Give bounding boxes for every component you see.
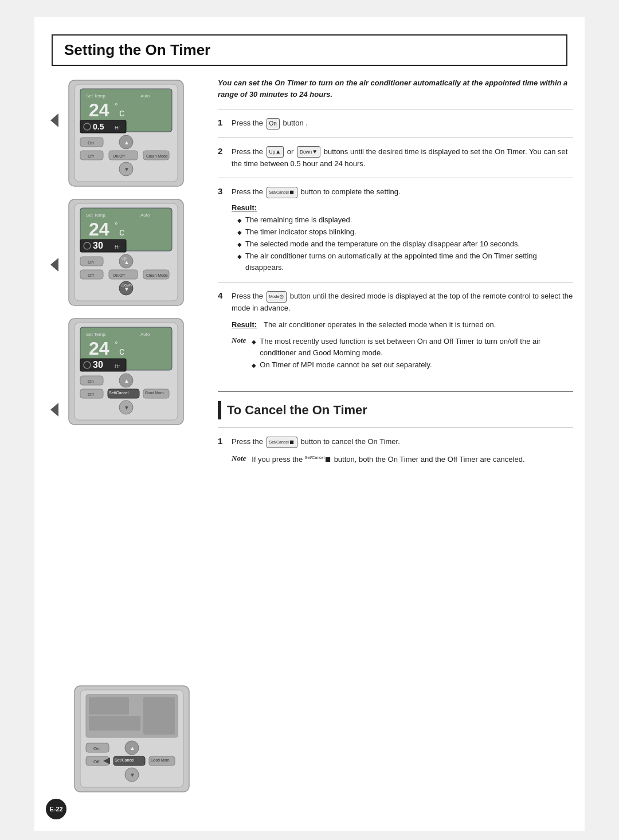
remote-2-image: Set Temp. Auto 24 ° c 30 Hr On Up ▲ (57, 197, 195, 308)
cancel-note-content: If you press the Set/Cancel⏹ button, bot… (252, 454, 524, 466)
remote-4-wrapper: On ▲ Off Set/Cancel Good Morn. ▼ (63, 683, 201, 796)
svg-text:Hr: Hr (115, 125, 120, 131)
left-column: Set Temp. Auto 24 ° c 0.5 Hr On ▲ (46, 77, 206, 474)
remote-3-wrapper: Set Temp. Auto 24 ° c 30 Hr On ▲ Off (57, 316, 195, 429)
step-3-num: 3 (218, 186, 232, 274)
svg-text:0.5: 0.5 (93, 122, 104, 131)
step-4: 4 Press the Mode⊙ button until the desir… (218, 282, 573, 379)
svg-text:c: c (119, 226, 124, 238)
arrow-indicator-1 (50, 113, 58, 127)
step-3-content: Press the Set/Cancel⏹ button to complete… (232, 186, 573, 274)
svg-text:24: 24 (89, 338, 109, 359)
cancel-header-bar (218, 401, 221, 419)
cancel-step-1: 1 Press the Set/Cancel⏹ button to cancel… (218, 427, 573, 474)
svg-text:30: 30 (93, 241, 103, 250)
result-items-3: The remaining time is displayed. The tim… (232, 214, 573, 274)
on-button-ref: On (267, 118, 280, 129)
cancel-note-label: Note (232, 454, 246, 463)
svg-rect-79 (143, 697, 175, 735)
svg-text:On: On (93, 746, 100, 751)
svg-text:Hr: Hr (115, 244, 120, 250)
remote-3-image: Set Temp. Auto 24 ° c 30 Hr On ▲ Off (57, 316, 195, 427)
svg-text:°: ° (115, 221, 118, 230)
svg-text:°: ° (115, 101, 118, 111)
svg-text:30: 30 (93, 360, 103, 370)
svg-text:▲: ▲ (124, 259, 130, 265)
svg-text:Clean Mode: Clean Mode (146, 273, 168, 277)
page: Setting the On Timer Set Temp. Auto 24 (34, 17, 585, 831)
svg-rect-77 (89, 697, 129, 715)
svg-text:▲: ▲ (124, 139, 130, 146)
svg-text:▲: ▲ (124, 378, 130, 384)
remote-1-wrapper: Set Temp. Auto 24 ° c 0.5 Hr On ▲ (57, 77, 195, 191)
svg-text:24: 24 (89, 219, 109, 240)
up-button-ref: Up▲ (267, 146, 284, 158)
svg-text:c: c (119, 346, 124, 357)
svg-text:Good Morn.: Good Morn. (151, 758, 171, 762)
step-4-note: Note The most recently used function is … (232, 336, 573, 371)
cancel-section: To Cancel the On Timer 1 Press the Set/C… (218, 391, 573, 474)
cancel-step-1-num: 1 (218, 436, 232, 466)
down-button-ref: Down▼ (297, 146, 320, 158)
svg-text:Off: Off (88, 273, 94, 278)
result-item-3-2: The timer indicator stops blinking. (237, 226, 573, 238)
svg-text:Auto: Auto (140, 213, 150, 218)
remote-1-image: Set Temp. Auto 24 ° c 0.5 Hr On ▲ (57, 77, 195, 189)
svg-text:▼: ▼ (124, 286, 130, 292)
step-3-text: Press the Set/Cancel⏹ button to complete… (232, 187, 401, 196)
step-1-content: Press the On button . (232, 117, 573, 129)
note-item-4-1: The most recently used function is set b… (252, 336, 573, 360)
page-number-badge: E-22 (46, 799, 66, 819)
step-2-text: Press the Up▲ or Down▼ buttons until the… (232, 147, 567, 168)
step-1: 1 Press the On button . (218, 109, 573, 138)
svg-text:Set/Cancel: Set/Cancel (109, 391, 129, 395)
step-4-text: Press the Mode⊙ button until the desired… (232, 292, 573, 312)
setcancel-button-ref-cancel: Set/Cancel⏹ (267, 437, 297, 448)
svg-text:Auto: Auto (140, 93, 150, 99)
svg-text:Off: Off (88, 154, 94, 159)
step-2-content: Press the Up▲ or Down▼ buttons until the… (232, 146, 573, 170)
svg-text:24: 24 (89, 100, 109, 120)
svg-text:On: On (88, 260, 94, 265)
svg-text:Good Morn.: Good Morn. (145, 391, 165, 395)
step-4-content: Press the Mode⊙ button until the desired… (232, 291, 573, 371)
note-items-4: The most recently used function is set b… (252, 336, 573, 371)
result-item-3-4: The air conditioner turns on automatical… (237, 250, 573, 274)
svg-text:°: ° (115, 340, 118, 349)
note-label-4: Note (232, 336, 246, 345)
svg-text:Clean Mode: Clean Mode (146, 154, 168, 158)
svg-text:Auto: Auto (140, 332, 150, 337)
remote-2-wrapper: Set Temp. Auto 24 ° c 30 Hr On Up ▲ (57, 197, 195, 310)
setcancel-button-ref-3: Set/Cancel⏹ (267, 187, 297, 198)
svg-text:▼: ▼ (124, 405, 130, 411)
svg-text:▲: ▲ (130, 745, 135, 751)
cancel-step-1-content: Press the Set/Cancel⏹ button to cancel t… (232, 436, 573, 466)
step-3: 3 Press the Set/Cancel⏹ button to comple… (218, 178, 573, 282)
svg-text:Hr: Hr (115, 363, 120, 369)
step-3-result: Result: The remaining time is displayed.… (232, 203, 573, 274)
svg-text:▼: ▼ (124, 166, 130, 172)
step-1-text: Press the On button . (232, 119, 308, 127)
step-2: 2 Press the Up▲ or Down▼ buttons until t… (218, 138, 573, 178)
intro-text: You can set the On Timer to turn on the … (218, 77, 573, 100)
cancel-header: To Cancel the On Timer (218, 401, 573, 419)
step-4-result: Result: The air conditioner operates in … (232, 319, 573, 331)
svg-text:On: On (88, 140, 94, 146)
note-item-4-2: On Timer of MPI mode cannot be set out s… (252, 359, 573, 371)
remote-4-image: On ▲ Off Set/Cancel Good Morn. ▼ (63, 683, 201, 795)
result-label-3: Result: (232, 203, 257, 212)
cancel-step-1-text: Press the Set/Cancel⏹ button to cancel t… (232, 437, 400, 446)
step-4-num: 4 (218, 291, 232, 371)
mode-button-ref: Mode⊙ (267, 291, 287, 303)
svg-rect-78 (89, 716, 140, 731)
page-number: E-22 (49, 806, 62, 812)
svg-text:Off: Off (88, 392, 94, 397)
cancel-note: Note If you press the Set/Cancel⏹ button… (232, 454, 573, 466)
svg-text:On/Off: On/Off (113, 273, 125, 277)
right-column: You can set the On Timer to turn on the … (206, 77, 573, 474)
svg-text:Set Temp.: Set Temp. (86, 213, 107, 218)
result-item-3-3: The selected mode and the temperature on… (237, 238, 573, 250)
svg-text:On/Off: On/Off (113, 154, 125, 158)
result-label-4: Result: (232, 320, 257, 329)
svg-text:On: On (88, 379, 94, 384)
